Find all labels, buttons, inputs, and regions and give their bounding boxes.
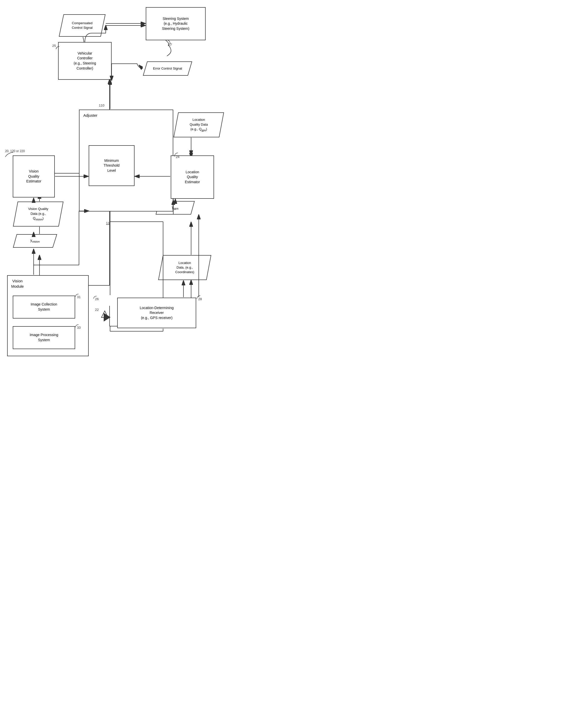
label-26: 26 — [95, 297, 99, 301]
minimum-threshold-box: MinimumThresholdLevel — [89, 145, 135, 186]
location-quality-estimator-box: LocationQualityEstimator — [171, 155, 214, 199]
label-25: 25 — [52, 44, 56, 48]
svg-marker-53 — [104, 313, 110, 321]
compensated-control-para: Compensated Control Signal — [59, 14, 106, 37]
label-110: 110 — [99, 103, 104, 107]
error-control-para: Error Control Signal — [143, 61, 192, 76]
label-27: 27 — [168, 43, 172, 47]
location-quality-data-para: Location Quality Data (e.g., Qgps) — [173, 112, 224, 138]
image-processing-box: Image ProcessingSystem — [13, 326, 75, 349]
label-31: 31 — [77, 295, 81, 299]
vision-quality-estimator-box: VisionQualityEstimator — [13, 155, 55, 198]
system-diagram: Compensated Control Signal Error Control… — [0, 0, 292, 364]
vehicular-controller-box: VehicularController(e.g., SteeringContro… — [58, 42, 112, 80]
label-11: 11 — [106, 221, 110, 225]
svg-marker-28 — [101, 311, 108, 317]
label-22: 22 — [95, 308, 99, 312]
vision-quality-data-para: Vision Quality Data (e.g., Qvision) — [13, 201, 64, 227]
label-33: 33 — [77, 326, 81, 330]
image-collection-box: Image CollectionSystem — [13, 295, 75, 318]
label-28: 28 — [198, 297, 202, 301]
y-vision-para: yvision — [13, 234, 57, 248]
label-24: 24 — [176, 155, 179, 159]
location-receiver-box: Location-DeterminingReceiver(e.g., GPS r… — [117, 297, 196, 328]
label-20: 20, 120 or 220 — [5, 149, 25, 153]
steering-system-box: Steering System(e.g., HydraulicSteering … — [146, 7, 206, 40]
location-data-para: Location Data, (e.g., Coordinates) — [158, 255, 211, 280]
